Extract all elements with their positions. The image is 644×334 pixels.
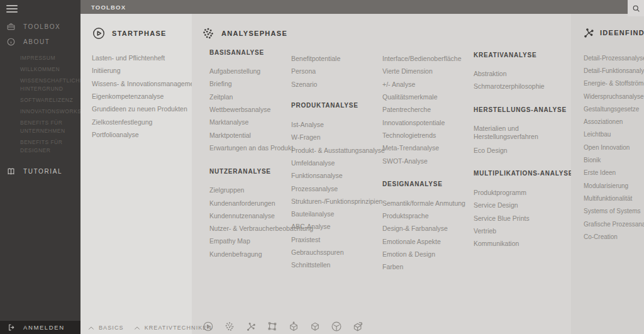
tool-item[interactable]: Funktionsanalyse	[291, 169, 379, 182]
sidebar-item-tutorial[interactable]: TUTORIAL	[0, 164, 80, 179]
tool-item[interactable]: Open Innovation	[584, 141, 644, 153]
startphase-header: STARTPHASE	[92, 26, 167, 40]
tool-item[interactable]: Umfeldanalyse	[291, 157, 379, 169]
tool-item[interactable]: +/- Analyse	[382, 78, 472, 91]
tool-item[interactable]: Marktanalyse	[209, 116, 290, 128]
hamburger-menu-icon[interactable]	[6, 4, 18, 14]
tool-item[interactable]: Erwartungen an das Produkt	[209, 142, 290, 154]
tool-item[interactable]: Modularisierung	[584, 179, 644, 192]
group-header: BASISANALYSE	[209, 46, 290, 58]
sidebar-item-label: ABOUT	[23, 38, 50, 45]
tool-item[interactable]: ABC-Analyse	[291, 220, 379, 233]
molecule-icon[interactable]	[224, 321, 235, 332]
tool-item[interactable]: Kundenbefragung	[209, 248, 290, 260]
tool-item[interactable]: Ist-Analyse	[291, 118, 379, 131]
tool-item[interactable]: Empathy Map	[209, 235, 290, 247]
tool-item[interactable]: Emotionale Aspekte	[382, 235, 472, 248]
tool-item[interactable]: Wettbewerbsanalyse	[209, 103, 290, 116]
tool-item[interactable]: Assoziationen	[584, 115, 644, 128]
sidebar-item-wissenschaftlicher-hintergrund[interactable]: WISSENSCHAFTLICHER HINTERGRUND	[20, 77, 83, 93]
tool-item[interactable]: Widerspruchsanalyse	[584, 90, 644, 103]
tool-item[interactable]: Service Design	[474, 199, 568, 211]
tool-item[interactable]: Emotion & Design	[382, 248, 472, 260]
tool-item[interactable]: Prozessanalyse	[291, 182, 379, 194]
tool-item[interactable]: Gestaltungsgesetze	[584, 103, 644, 115]
tool-item[interactable]: Gebrauchsspuren	[291, 246, 379, 259]
tool-item[interactable]: Systems of Systems	[584, 205, 644, 218]
tool-item[interactable]: Patentrecherche	[382, 103, 472, 116]
sidebar-item-toolbox[interactable]: TOOLBOX	[0, 19, 80, 34]
tool-item[interactable]: Eigenkompetenzanalyse	[92, 90, 199, 103]
tool-item[interactable]: Initiierung	[92, 64, 199, 77]
tool-item[interactable]: Zielgruppen	[209, 184, 290, 196]
tool-item[interactable]: Eco Design	[474, 144, 568, 157]
tool-item[interactable]: SWOT-Analyse	[382, 154, 472, 167]
tool-item[interactable]: W-Fragen	[291, 131, 379, 143]
tool-item[interactable]: Grundideen zu neuen Produkten	[92, 103, 199, 115]
tool-item[interactable]: Briefing	[209, 77, 290, 90]
tool-item[interactable]: Persona	[291, 65, 379, 77]
tool-item[interactable]: Farben	[382, 260, 472, 273]
tool-item[interactable]: Nutzer- & Verbraucherbeobachtung	[209, 222, 290, 235]
sidebar-item-impressum[interactable]: IMPRESSUM	[20, 54, 83, 62]
tool-item[interactable]: Meta-Trendanalyse	[382, 142, 472, 154]
sidebar-item-willkommen[interactable]: WILLKOMMEN	[20, 65, 83, 74]
tool-item[interactable]: Zeitplan	[209, 91, 290, 103]
sidebar-item-benefits-designer[interactable]: BENEFITS FÜR DESIGNER	[20, 138, 83, 155]
tool-item[interactable]: Schnittstellen	[291, 259, 379, 271]
selection-frame-icon[interactable]	[267, 321, 278, 332]
tool-item[interactable]: Bauteilanalyse	[291, 208, 379, 220]
tool-item[interactable]: Marktpotential	[209, 128, 290, 141]
tool-item[interactable]: Strukturen-/Funktionsprinzipien	[291, 195, 379, 208]
tool-item[interactable]: Aufgabenstellung	[209, 65, 290, 77]
footer-link-kreativtechniken[interactable]: KREATIVTECHNIKEN	[134, 325, 212, 331]
footer-link-basics[interactable]: BASICS	[88, 325, 124, 331]
tool-item[interactable]: Qualitätsmerkmale	[382, 91, 472, 103]
sidebar-item-innovationsworkshop[interactable]: INNOVATIONSWORKSHOP	[20, 108, 83, 116]
tool-item[interactable]: Innovationspotentiale	[382, 116, 472, 128]
tool-item[interactable]: Detail-Prozessanalyse	[584, 52, 644, 64]
tool-item[interactable]: Detail-Funktionsanalyse	[584, 64, 644, 77]
tool-item[interactable]: Semantik/formale Anmutung	[382, 197, 472, 209]
tool-item[interactable]: Materialien und Herstellungsverfahren	[474, 123, 548, 144]
sidebar-item-benefits-unternehmen[interactable]: BENEFITS FÜR UNTERNEHMEN	[20, 119, 83, 135]
idea-branch-icon[interactable]	[245, 321, 257, 332]
box-import-icon[interactable]	[288, 321, 299, 332]
tool-item[interactable]: Zielkostenfestlegung	[92, 115, 199, 128]
tool-item[interactable]: Abstraktion	[474, 67, 568, 80]
tool-item[interactable]: Energie- & Stoffströme	[584, 77, 644, 90]
cube-plain-icon[interactable]	[331, 321, 342, 332]
tool-item[interactable]: Schmarotzerphilosophie	[474, 80, 568, 92]
sidebar-item-about[interactable]: ABOUT	[0, 34, 80, 49]
tool-item[interactable]: Produktprogramm	[474, 186, 568, 199]
tool-item[interactable]: Vierte Dimension	[382, 65, 472, 77]
tool-item[interactable]: Co-Creation	[584, 230, 644, 243]
tool-item[interactable]: Produkt- & Ausstattungsanalyse	[291, 143, 379, 156]
tool-item[interactable]: Leichtbau	[584, 128, 644, 141]
tool-item[interactable]: Kundennutzenanalyse	[209, 209, 290, 222]
tool-item[interactable]: Bionik	[584, 153, 644, 166]
tool-item[interactable]: Szenario	[291, 78, 379, 91]
search-button[interactable]	[628, 0, 644, 16]
tool-item[interactable]: Grafische Prozessanalyse	[584, 218, 644, 230]
cube-rotate-icon[interactable]	[352, 321, 364, 332]
tool-item[interactable]: Interface/Bedienoberfläche	[382, 52, 472, 65]
tool-item[interactable]: Portfolioanalyse	[92, 128, 199, 141]
tool-item[interactable]: Praxistest	[291, 233, 379, 246]
tool-item[interactable]: Service Blue Prints	[474, 211, 568, 224]
tool-item[interactable]: Lasten- und Pflichtenheft	[92, 52, 199, 64]
tool-item[interactable]: Wissens- & Innovationsmanagement	[92, 77, 199, 90]
cube-icon[interactable]	[309, 321, 321, 332]
play-circle-icon[interactable]	[203, 321, 214, 332]
tool-item[interactable]: Produktsprache	[382, 209, 472, 222]
tool-item[interactable]: Erste Ideen	[584, 167, 644, 179]
tool-item[interactable]: Multifunktionalität	[584, 192, 644, 204]
sidebar-item-anmelden[interactable]: ANMELDEN	[0, 321, 80, 334]
tool-item[interactable]: Design-& Farbanalyse	[382, 222, 472, 235]
tool-item[interactable]: Kundenanforderungen	[209, 196, 290, 209]
tool-item[interactable]: Technologietrends	[382, 129, 472, 142]
sidebar-item-softwarelizenz[interactable]: SOFTWARELIZENZ	[20, 96, 83, 104]
tool-item[interactable]: Vertrieb	[474, 225, 568, 237]
tool-item[interactable]: Benefitpotentiale	[291, 52, 379, 65]
tool-item[interactable]: Kommunikation	[474, 237, 568, 250]
